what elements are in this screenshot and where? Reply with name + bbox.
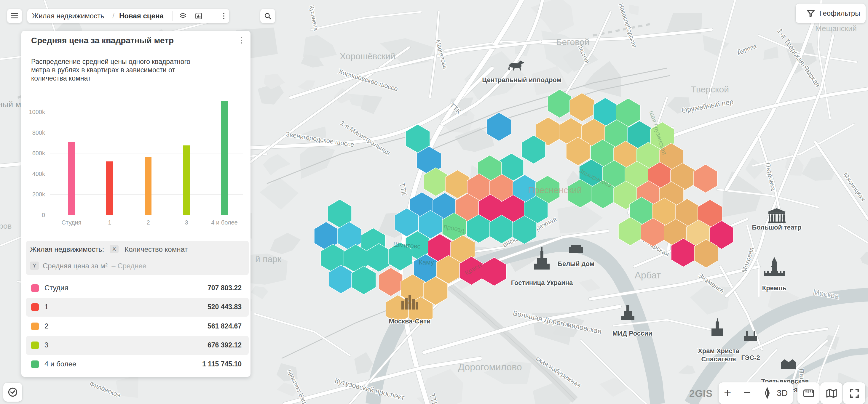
svg-text:Хорошёвский: Хорошёвский: [340, 51, 396, 61]
svg-text:МИД России: МИД России: [613, 330, 652, 337]
svg-text:Большой театр: Большой театр: [752, 224, 801, 231]
svg-text:Гостиница Украина: Гостиница Украина: [511, 279, 573, 287]
svg-text:Каму: Каму: [418, 259, 434, 266]
svg-text:ГЭС-2: ГЭС-2: [741, 354, 760, 361]
svg-text:Пресненский: Пресненский: [528, 185, 582, 195]
svg-text:Москва-Сити: Москва-Сити: [389, 317, 430, 325]
svg-text:Кремль: Кремль: [762, 284, 787, 292]
svg-text:Тверской: Тверской: [691, 85, 729, 94]
svg-text:сный м: сный м: [0, 100, 21, 109]
svg-text:Храм Христа: Храм Христа: [698, 347, 739, 355]
svg-text:Дорогомилово: Дорогомилово: [458, 362, 522, 372]
svg-text:Арбат: Арбат: [635, 270, 661, 280]
svg-text:й парк: й парк: [255, 254, 282, 264]
svg-text:Центральный ипподром: Центральный ипподром: [482, 76, 561, 83]
svg-text:Мещанский: Мещанский: [815, 24, 857, 33]
svg-text:Белый дом: Белый дом: [558, 260, 594, 267]
svg-text:Спасителя: Спасителя: [702, 356, 736, 363]
svg-text:тров: тров: [0, 222, 11, 230]
svg-text:Беговой: Беговой: [556, 37, 589, 47]
